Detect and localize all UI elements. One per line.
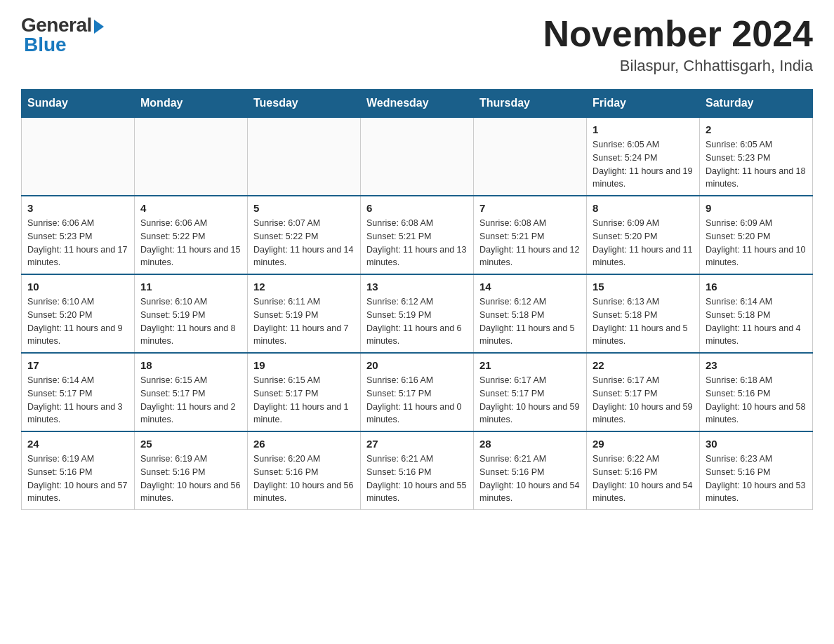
day-number: 3 — [27, 202, 128, 214]
day-info: Sunrise: 6:17 AM Sunset: 5:17 PM Dayligh… — [593, 374, 694, 427]
calendar-cell: 29Sunrise: 6:22 AM Sunset: 5:16 PM Dayli… — [587, 431, 700, 510]
calendar-cell: 23Sunrise: 6:18 AM Sunset: 5:16 PM Dayli… — [700, 353, 813, 431]
calendar-cell: 9Sunrise: 6:09 AM Sunset: 5:20 PM Daylig… — [700, 196, 813, 274]
day-info: Sunrise: 6:06 AM Sunset: 5:23 PM Dayligh… — [27, 217, 128, 269]
day-number: 6 — [366, 202, 468, 214]
day-number: 20 — [366, 359, 468, 371]
day-info: Sunrise: 6:20 AM Sunset: 5:16 PM Dayligh… — [253, 452, 355, 505]
day-header-wednesday: Wednesday — [361, 90, 474, 118]
day-number: 22 — [593, 359, 694, 371]
day-info: Sunrise: 6:09 AM Sunset: 5:20 PM Dayligh… — [593, 217, 694, 269]
calendar-cell: 20Sunrise: 6:16 AM Sunset: 5:17 PM Dayli… — [361, 353, 474, 431]
calendar-cell: 6Sunrise: 6:08 AM Sunset: 5:21 PM Daylig… — [361, 196, 474, 274]
day-info: Sunrise: 6:11 AM Sunset: 5:19 PM Dayligh… — [253, 295, 355, 348]
calendar-cell: 27Sunrise: 6:21 AM Sunset: 5:16 PM Dayli… — [361, 431, 474, 510]
day-info: Sunrise: 6:10 AM Sunset: 5:19 PM Dayligh… — [140, 295, 241, 348]
logo-blue-text: Blue — [24, 34, 67, 56]
day-info: Sunrise: 6:23 AM Sunset: 5:16 PM Dayligh… — [706, 452, 807, 505]
day-info: Sunrise: 6:12 AM Sunset: 5:18 PM Dayligh… — [479, 295, 581, 348]
calendar-cell: 1Sunrise: 6:05 AM Sunset: 5:24 PM Daylig… — [587, 117, 700, 196]
calendar-cell: 15Sunrise: 6:13 AM Sunset: 5:18 PM Dayli… — [587, 274, 700, 353]
calendar-cell: 3Sunrise: 6:06 AM Sunset: 5:23 PM Daylig… — [22, 196, 135, 274]
day-header-monday: Monday — [135, 90, 248, 118]
day-info: Sunrise: 6:17 AM Sunset: 5:17 PM Dayligh… — [479, 374, 581, 427]
day-info: Sunrise: 6:22 AM Sunset: 5:16 PM Dayligh… — [593, 452, 694, 505]
calendar-cell — [248, 117, 361, 196]
day-number: 10 — [27, 281, 128, 293]
day-info: Sunrise: 6:14 AM Sunset: 5:17 PM Dayligh… — [27, 374, 128, 427]
calendar-cell: 2Sunrise: 6:05 AM Sunset: 5:23 PM Daylig… — [700, 117, 813, 196]
day-info: Sunrise: 6:21 AM Sunset: 5:16 PM Dayligh… — [479, 452, 581, 505]
day-number: 12 — [253, 281, 355, 293]
calendar-cell: 16Sunrise: 6:14 AM Sunset: 5:18 PM Dayli… — [700, 274, 813, 353]
day-number: 2 — [706, 123, 807, 135]
calendar-cell: 8Sunrise: 6:09 AM Sunset: 5:20 PM Daylig… — [587, 196, 700, 274]
day-number: 18 — [140, 359, 241, 371]
day-number: 7 — [479, 202, 581, 214]
day-header-sunday: Sunday — [22, 90, 135, 118]
day-number: 9 — [706, 202, 807, 214]
calendar-cell: 18Sunrise: 6:15 AM Sunset: 5:17 PM Dayli… — [135, 353, 248, 431]
day-number: 19 — [253, 359, 355, 371]
day-header-thursday: Thursday — [474, 90, 587, 118]
calendar-cell: 21Sunrise: 6:17 AM Sunset: 5:17 PM Dayli… — [474, 353, 587, 431]
month-year-title: November 2024 — [543, 14, 813, 54]
page-header: General Blue November 2024 Bilaspur, Chh… — [21, 14, 813, 75]
day-number: 26 — [253, 438, 355, 450]
calendar-cell: 10Sunrise: 6:10 AM Sunset: 5:20 PM Dayli… — [22, 274, 135, 353]
day-info: Sunrise: 6:15 AM Sunset: 5:17 PM Dayligh… — [140, 374, 241, 427]
day-number: 11 — [140, 281, 241, 293]
calendar-week-row: 10Sunrise: 6:10 AM Sunset: 5:20 PM Dayli… — [22, 274, 813, 353]
day-info: Sunrise: 6:08 AM Sunset: 5:21 PM Dayligh… — [366, 217, 468, 269]
calendar-cell — [361, 117, 474, 196]
day-number: 8 — [593, 202, 694, 214]
calendar-header-row: SundayMondayTuesdayWednesdayThursdayFrid… — [22, 90, 813, 118]
day-number: 21 — [479, 359, 581, 371]
day-number: 29 — [593, 438, 694, 450]
day-info: Sunrise: 6:14 AM Sunset: 5:18 PM Dayligh… — [706, 295, 807, 348]
day-number: 25 — [140, 438, 241, 450]
day-info: Sunrise: 6:19 AM Sunset: 5:16 PM Dayligh… — [140, 452, 241, 505]
day-number: 30 — [706, 438, 807, 450]
day-info: Sunrise: 6:05 AM Sunset: 5:24 PM Dayligh… — [593, 138, 694, 191]
day-info: Sunrise: 6:19 AM Sunset: 5:16 PM Dayligh… — [27, 452, 128, 505]
calendar-cell: 19Sunrise: 6:15 AM Sunset: 5:17 PM Dayli… — [248, 353, 361, 431]
calendar-cell: 30Sunrise: 6:23 AM Sunset: 5:16 PM Dayli… — [700, 431, 813, 510]
day-number: 16 — [706, 281, 807, 293]
location-subtitle: Bilaspur, Chhattisgarh, India — [543, 57, 813, 75]
calendar-cell — [474, 117, 587, 196]
day-info: Sunrise: 6:07 AM Sunset: 5:22 PM Dayligh… — [253, 217, 355, 269]
calendar-cell — [22, 117, 135, 196]
calendar-cell: 5Sunrise: 6:07 AM Sunset: 5:22 PM Daylig… — [248, 196, 361, 274]
calendar-cell — [135, 117, 248, 196]
day-header-saturday: Saturday — [700, 90, 813, 118]
day-number: 24 — [27, 438, 128, 450]
calendar-cell: 25Sunrise: 6:19 AM Sunset: 5:16 PM Dayli… — [135, 431, 248, 510]
calendar-cell: 11Sunrise: 6:10 AM Sunset: 5:19 PM Dayli… — [135, 274, 248, 353]
calendar-cell: 17Sunrise: 6:14 AM Sunset: 5:17 PM Dayli… — [22, 353, 135, 431]
day-info: Sunrise: 6:10 AM Sunset: 5:20 PM Dayligh… — [27, 295, 128, 348]
calendar-cell: 14Sunrise: 6:12 AM Sunset: 5:18 PM Dayli… — [474, 274, 587, 353]
day-header-friday: Friday — [587, 90, 700, 118]
day-number: 13 — [366, 281, 468, 293]
calendar-week-row: 1Sunrise: 6:05 AM Sunset: 5:24 PM Daylig… — [22, 117, 813, 196]
day-info: Sunrise: 6:16 AM Sunset: 5:17 PM Dayligh… — [366, 374, 468, 427]
day-info: Sunrise: 6:08 AM Sunset: 5:21 PM Dayligh… — [479, 217, 581, 269]
day-number: 27 — [366, 438, 468, 450]
day-info: Sunrise: 6:18 AM Sunset: 5:16 PM Dayligh… — [706, 374, 807, 427]
day-number: 17 — [27, 359, 128, 371]
day-header-tuesday: Tuesday — [248, 90, 361, 118]
day-number: 14 — [479, 281, 581, 293]
day-info: Sunrise: 6:09 AM Sunset: 5:20 PM Dayligh… — [706, 217, 807, 269]
calendar-cell: 13Sunrise: 6:12 AM Sunset: 5:19 PM Dayli… — [361, 274, 474, 353]
day-number: 1 — [593, 123, 694, 135]
day-number: 5 — [253, 202, 355, 214]
day-info: Sunrise: 6:21 AM Sunset: 5:16 PM Dayligh… — [366, 452, 468, 505]
day-number: 23 — [706, 359, 807, 371]
day-number: 4 — [140, 202, 241, 214]
day-number: 28 — [479, 438, 581, 450]
logo: General Blue — [21, 14, 104, 56]
calendar-cell: 12Sunrise: 6:11 AM Sunset: 5:19 PM Dayli… — [248, 274, 361, 353]
calendar-cell: 28Sunrise: 6:21 AM Sunset: 5:16 PM Dayli… — [474, 431, 587, 510]
title-section: November 2024 Bilaspur, Chhattisgarh, In… — [543, 14, 813, 75]
